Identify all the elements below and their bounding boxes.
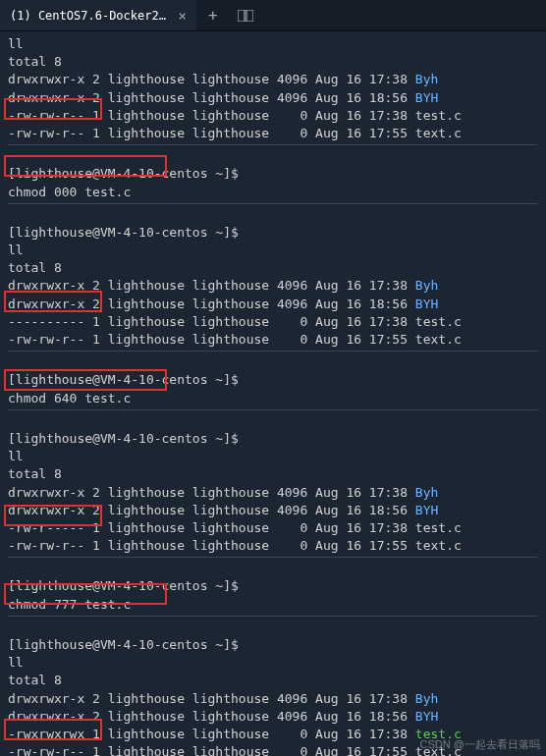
file-perms: -rw-rw-r-- bbox=[8, 126, 92, 140]
file-group: lighthouse bbox=[192, 297, 277, 311]
watermark-text: CSDN @一起去看日落吗 bbox=[420, 737, 540, 752]
command-line: chmod 000 test.c bbox=[8, 184, 538, 201]
file-links: 2 bbox=[92, 90, 108, 105]
file-row: -rw-r----- 1 lighthouse lighthouse 0 Aug… bbox=[8, 519, 538, 537]
file-owner: lighthouse bbox=[108, 90, 192, 105]
output-line: total 8 bbox=[8, 672, 538, 689]
file-group: lighthouse bbox=[192, 744, 277, 756]
file-size: 4096 bbox=[277, 90, 315, 105]
file-date: Aug 16 17:38 bbox=[315, 485, 415, 500]
output-text: ll bbox=[8, 449, 24, 463]
file-perms: drwxrwxr-x bbox=[8, 485, 92, 500]
file-row: drwxrwxr-x 2 lighthouse lighthouse 4096 … bbox=[8, 89, 538, 107]
file-size: 4096 bbox=[277, 72, 315, 86]
file-date: Aug 16 18:56 bbox=[315, 297, 415, 311]
tab-active[interactable]: (1) CentOS7.6-Docker20-... × bbox=[0, 0, 196, 30]
file-date: Aug 16 17:38 bbox=[315, 72, 415, 86]
shell-prompt: [lighthouse@VM-4-10-centos ~]$ bbox=[8, 225, 239, 240]
file-row: drwxrwxr-x 2 lighthouse lighthouse 4096 … bbox=[8, 690, 538, 708]
command-text: chmod 777 test.c bbox=[8, 597, 131, 612]
file-links: 1 bbox=[92, 744, 108, 756]
file-size: 4096 bbox=[277, 297, 315, 311]
file-group: lighthouse bbox=[192, 90, 277, 105]
file-date: Aug 16 17:38 bbox=[315, 108, 415, 123]
terminal-output[interactable]: lltotal 8drwxrwxr-x 2 lighthouse lightho… bbox=[0, 31, 546, 756]
file-size: 4096 bbox=[277, 709, 315, 724]
file-row: drwxrwxr-x 2 lighthouse lighthouse 4096 … bbox=[8, 502, 538, 519]
svg-rect-1 bbox=[246, 10, 253, 22]
file-owner: lighthouse bbox=[108, 108, 192, 123]
file-owner: lighthouse bbox=[108, 709, 192, 724]
file-links: 2 bbox=[92, 278, 108, 293]
file-owner: lighthouse bbox=[108, 332, 192, 347]
file-name: BYH bbox=[415, 709, 438, 724]
file-row: drwxrwxr-x 2 lighthouse lighthouse 4096 … bbox=[8, 277, 538, 295]
file-size: 0 bbox=[277, 538, 315, 553]
file-name: Byh bbox=[415, 278, 438, 293]
file-group: lighthouse bbox=[192, 314, 277, 329]
file-perms: drwxrwxr-x bbox=[8, 691, 92, 706]
file-group: lighthouse bbox=[192, 538, 277, 553]
file-size: 0 bbox=[277, 332, 315, 347]
file-owner: lighthouse bbox=[108, 744, 192, 756]
file-date: Aug 16 17:55 bbox=[315, 744, 415, 756]
file-owner: lighthouse bbox=[108, 278, 192, 293]
file-row: drwxrwxr-x 2 lighthouse lighthouse 4096 … bbox=[8, 71, 538, 88]
file-group: lighthouse bbox=[192, 727, 277, 741]
file-perms: drwxrwxr-x bbox=[8, 709, 92, 724]
output-line: ll bbox=[8, 242, 538, 259]
output-line: total 8 bbox=[8, 53, 538, 71]
file-links: 1 bbox=[92, 314, 108, 329]
file-links: 1 bbox=[92, 126, 108, 140]
prompt-line: [lighthouse@VM-4-10-centos ~]$ bbox=[8, 577, 538, 595]
file-group: lighthouse bbox=[192, 108, 277, 123]
file-size: 0 bbox=[277, 520, 315, 535]
file-owner: lighthouse bbox=[108, 520, 192, 535]
command-line: chmod 640 test.c bbox=[8, 390, 538, 407]
svg-rect-0 bbox=[238, 10, 245, 22]
tab-title: (1) CentOS7.6-Docker20-... bbox=[10, 9, 171, 23]
shell-prompt: [lighthouse@VM-4-10-centos ~]$ bbox=[8, 372, 239, 387]
output-line: ll bbox=[8, 654, 538, 672]
add-tab-button[interactable]: + bbox=[196, 6, 230, 25]
file-owner: lighthouse bbox=[108, 727, 192, 741]
file-group: lighthouse bbox=[192, 332, 277, 347]
file-row: -rw-rw-r-- 1 lighthouse lighthouse 0 Aug… bbox=[8, 331, 538, 349]
output-text: ll bbox=[8, 655, 24, 670]
shell-prompt: [lighthouse@VM-4-10-centos ~]$ bbox=[8, 431, 239, 446]
file-row: drwxrwxr-x 2 lighthouse lighthouse 4096 … bbox=[8, 296, 538, 313]
file-group: lighthouse bbox=[192, 520, 277, 535]
file-perms: drwxrwxr-x bbox=[8, 297, 92, 311]
file-date: Aug 16 18:56 bbox=[315, 709, 415, 724]
prompt-line: [lighthouse@VM-4-10-centos ~]$ bbox=[8, 430, 538, 448]
file-date: Aug 16 17:55 bbox=[315, 332, 415, 347]
shell-prompt: [lighthouse@VM-4-10-centos ~]$ bbox=[8, 637, 239, 652]
output-text: total 8 bbox=[8, 466, 62, 481]
output-line: total 8 bbox=[8, 259, 538, 277]
file-name: Byh bbox=[415, 485, 438, 500]
output-line: ll bbox=[8, 35, 538, 53]
output-line: ll bbox=[8, 448, 538, 465]
file-name: test.c bbox=[415, 108, 462, 123]
file-links: 2 bbox=[92, 503, 108, 517]
file-perms: -rwxrwxrwx bbox=[8, 727, 92, 741]
file-name: BYH bbox=[415, 297, 438, 311]
file-group: lighthouse bbox=[192, 485, 277, 500]
file-group: lighthouse bbox=[192, 691, 277, 706]
file-perms: -rw-rw-r-- bbox=[8, 108, 92, 123]
file-links: 1 bbox=[92, 332, 108, 347]
file-size: 4096 bbox=[277, 278, 315, 293]
output-line: total 8 bbox=[8, 465, 538, 483]
close-icon[interactable]: × bbox=[179, 8, 187, 24]
file-date: Aug 16 18:56 bbox=[315, 503, 415, 517]
command-line: chmod 777 test.c bbox=[8, 596, 538, 614]
file-size: 4096 bbox=[277, 503, 315, 517]
file-date: Aug 16 17:55 bbox=[315, 126, 415, 140]
split-panes-icon[interactable] bbox=[230, 10, 261, 22]
output-text: total 8 bbox=[8, 260, 62, 275]
file-name: test.c bbox=[415, 314, 462, 329]
file-size: 0 bbox=[277, 126, 315, 140]
file-owner: lighthouse bbox=[108, 691, 192, 706]
file-links: 1 bbox=[92, 727, 108, 741]
file-group: lighthouse bbox=[192, 709, 277, 724]
